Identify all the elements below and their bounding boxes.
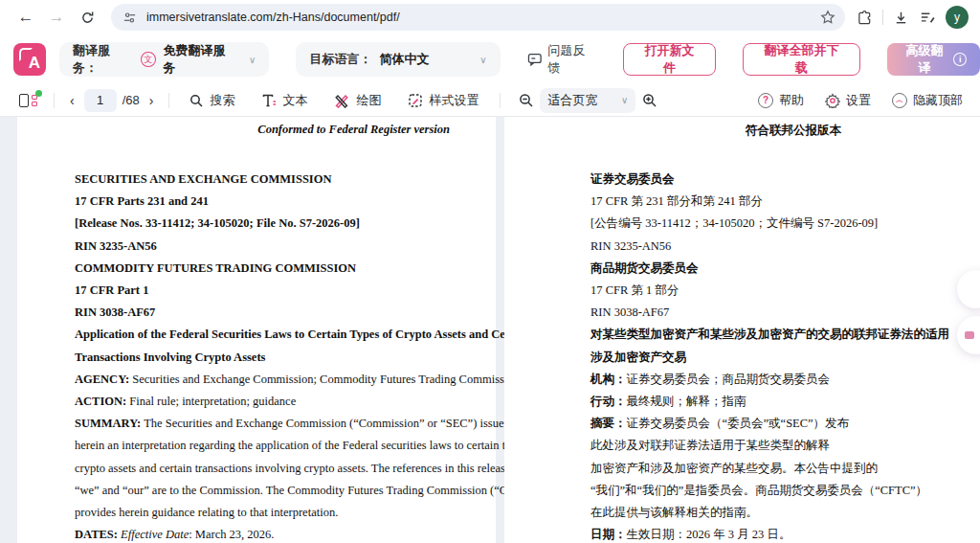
style-settings-label: 样式设置: [429, 92, 479, 109]
comment-icon: [527, 52, 543, 67]
text-tool-label: 文本: [282, 92, 307, 109]
doc-line: AGENCY: Securities and Exchange Commissi…: [75, 369, 469, 391]
translation-service-select[interactable]: 翻译服务： 文 免费翻译服务 ∨: [59, 42, 269, 77]
feedback-button[interactable]: 问题反馈: [527, 42, 596, 77]
notification-dot: [35, 90, 42, 97]
doc-line: crypto assets and certain transactions i…: [75, 458, 469, 480]
search-label: 搜索: [210, 92, 234, 109]
doc-line: 17 CFR 第 1 部分: [590, 280, 973, 302]
target-language-value: 简体中文: [379, 51, 429, 68]
open-new-file-button[interactable]: 打开新文件: [623, 43, 716, 76]
doc-line: 17 CFR 第 231 部分和第 241 部分: [590, 191, 973, 213]
fit-width-select[interactable]: 适合页宽 ∨: [540, 88, 635, 113]
hide-top-button[interactable]: ︿ 隐藏顶部: [892, 92, 963, 109]
doc-line: ACTION: Final rule; interpretation; guid…: [75, 391, 469, 413]
reading-list-icon[interactable]: [919, 10, 936, 26]
settings-label: 设置: [846, 92, 871, 109]
doc-line: 涉及加密资产交易: [590, 347, 973, 369]
doc-line: 机构：证券交易委员会；商品期货交易委员会: [590, 369, 973, 391]
browser-toolbar: ← → immersivetranslate.com/zh-Hans/docum…: [0, 0, 980, 34]
doc-line: RIN 3038-AF67: [75, 302, 469, 324]
feedback-label: 问题反馈: [547, 42, 596, 77]
forward-icon[interactable]: →: [44, 5, 69, 30]
text-tool-button[interactable]: 文本: [261, 92, 307, 109]
bookmark-star-icon[interactable]: [820, 10, 835, 25]
doc-line: 证券交易委员会: [590, 169, 973, 191]
pdf-viewer: Conformed to Federal Register version SE…: [0, 117, 980, 543]
chevron-down-icon: ∨: [479, 55, 486, 65]
document-body-en: SECURITIES AND EXCHANGE COMMISSION17 CFR…: [75, 169, 469, 543]
doc-line: RIN 3235-AN56: [590, 236, 973, 258]
chevron-down-icon: ∨: [249, 55, 256, 65]
doc-line: SUMMARY: The Securities and Exchange Com…: [75, 413, 469, 435]
doc-line: herein an interpretation regarding the a…: [75, 435, 469, 457]
help-button[interactable]: ? 帮助: [758, 92, 804, 109]
doc-line: 17 CFR Part 1: [75, 280, 469, 302]
document-body-zh: 证券交易委员会17 CFR 第 231 部分和第 241 部分[公告编号 33-…: [590, 169, 973, 543]
doc-line: 17 CFR Parts 231 and 241: [75, 191, 469, 213]
immersive-translate-logo-icon[interactable]: A: [13, 43, 46, 76]
doc-line: 行动：最终规则；解释；指南: [590, 391, 973, 413]
doc-line: [Release Nos. 33-11412; 34-105020; File …: [75, 213, 469, 235]
target-language-label: 目标语言：: [309, 51, 371, 68]
chevron-down-icon: ∨: [621, 95, 628, 105]
profile-avatar[interactable]: y: [946, 6, 969, 29]
download-icon[interactable]: [893, 10, 909, 26]
back-icon[interactable]: ←: [13, 5, 38, 30]
translate-all-download-button[interactable]: 翻译全部并下载: [743, 43, 860, 76]
doc-line: 此处涉及对联邦证券法适用于某些类型的解释: [590, 435, 973, 457]
chevron-up-circle-icon: ︿: [892, 93, 907, 108]
help-label: 帮助: [779, 92, 804, 109]
doc-line: Transactions Involving Crypto Assets: [75, 347, 469, 369]
target-language-select[interactable]: 目标语言： 简体中文 ∨: [296, 42, 500, 77]
doc-line: 在此提供与该解释相关的指南。: [590, 502, 973, 524]
reload-icon[interactable]: [75, 5, 100, 30]
doc-line: Application of the Federal Securities La…: [75, 324, 469, 346]
doc-line: provides herein guidance relating to tha…: [75, 502, 469, 524]
draw-icon: [334, 93, 350, 108]
gear-icon: [825, 93, 840, 108]
draw-tool-button[interactable]: 绘图: [334, 92, 381, 109]
thumbnails-panel-icon[interactable]: [19, 92, 42, 109]
doc-line: 加密资产和涉及加密资产的某些交易。本公告中提到的: [590, 458, 973, 480]
extensions-icon[interactable]: [857, 10, 873, 26]
doc-line: RIN 3235-AN56: [75, 236, 469, 258]
conformed-note-zh: 符合联邦公报版本: [746, 123, 841, 139]
divider: [168, 93, 169, 108]
draw-tool-label: 绘图: [356, 92, 381, 109]
divider: [882, 10, 883, 25]
page-chinese: 符合联邦公报版本 证券交易委员会17 CFR 第 231 部分和第 241 部分…: [504, 117, 980, 543]
info-icon: i: [953, 53, 967, 66]
mini-logo-icon: [965, 331, 974, 339]
conformed-note-en: Conformed to Federal Register version: [257, 123, 450, 137]
page-number-input[interactable]: [84, 89, 117, 112]
zoom-in-icon[interactable]: [641, 92, 657, 108]
next-page-icon[interactable]: ›: [145, 93, 158, 108]
divider: [54, 93, 55, 108]
doc-line: [公告编号 33-11412；34-105020；文件编号 S7-2026-09…: [590, 213, 973, 235]
settings-button[interactable]: 设置: [825, 92, 871, 109]
doc-line: 对某些类型加密资产和某些涉及加密资产的交易的联邦证券法的适用: [590, 324, 973, 346]
service-label: 翻译服务：: [73, 42, 133, 77]
zoom-out-icon[interactable]: [518, 92, 534, 108]
url-bar[interactable]: immersivetranslate.com/zh-Hans/document/…: [111, 4, 845, 31]
style-settings-button[interactable]: 样式设置: [408, 92, 479, 109]
text-tool-icon: [261, 93, 277, 108]
doc-line: 日期：生效日期：2026 年 3 月 23 日。: [590, 524, 973, 543]
url-text[interactable]: immersivetranslate.com/zh-Hans/document/…: [146, 11, 820, 24]
page-total-label: /68: [122, 93, 140, 107]
pro-translate-button[interactable]: 高级翻译 i: [887, 43, 980, 76]
doc-line: COMMODITY FUTURES TRADING COMMISSION: [75, 258, 469, 280]
page-english: Conformed to Federal Register version SE…: [17, 117, 496, 543]
pro-translate-label: 高级翻译: [901, 42, 949, 77]
site-settings-icon[interactable]: [122, 11, 137, 25]
hide-top-label: 隐藏顶部: [913, 92, 963, 109]
search-icon: [189, 93, 204, 108]
doc-line: “我们”和“我们的”是指委员会。商品期货交易委员会（“CFTC”）: [590, 480, 973, 502]
logo-letter: A: [29, 54, 40, 73]
service-icon: 文: [141, 52, 156, 67]
prev-page-icon[interactable]: ‹: [66, 93, 78, 108]
doc-line: “we” and “our” are to the Commission. Th…: [75, 480, 469, 502]
search-button[interactable]: 搜索: [189, 92, 234, 109]
browser-actions: y: [857, 6, 970, 29]
